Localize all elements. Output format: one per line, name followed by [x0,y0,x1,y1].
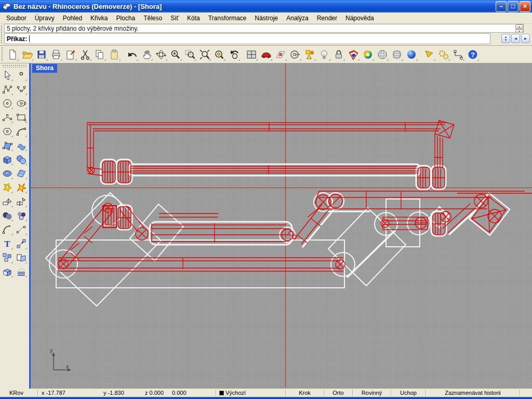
dimension-settings-icon[interactable] [451,47,466,62]
paste-icon[interactable] [107,47,122,62]
analyze-direction-icon[interactable] [422,47,436,62]
options-icon[interactable] [436,47,451,62]
interpolated-curve-icon[interactable] [14,82,28,96]
single-point-icon[interactable] [14,68,28,82]
command-history-line: 5 plochy, 2 křivky přidáno do výběrové m… [7,25,139,32]
visibility-toggle-icon[interactable] [317,47,331,62]
undo-view-change-icon[interactable] [227,47,241,62]
extrude-solid-icon[interactable] [0,264,14,278]
zoom-window-icon[interactable] [183,47,197,62]
explode-objects-icon[interactable] [14,180,28,194]
cplane-settings-icon[interactable] [273,47,288,62]
rectangle-icon[interactable] [14,110,28,124]
zoom-dynamic-icon[interactable] [168,47,183,62]
zoom-extents-icon[interactable] [197,47,212,62]
new-file-icon[interactable] [5,47,20,62]
command-prompt[interactable]: Příkaz: [4,33,490,44]
toolbar-gripper[interactable] [1,47,4,62]
blend-curves-icon[interactable] [14,222,28,236]
help-icon[interactable]: ? [466,47,480,62]
rotate-view-icon[interactable] [154,47,168,62]
save-file-icon[interactable] [34,47,49,62]
palette-gripper[interactable] [2,64,27,68]
menu-kota[interactable]: Kóta [183,14,204,23]
solid-sphere-icon[interactable] [14,152,28,166]
viewport-shora[interactable]: y x Shora [29,63,532,389]
patch-surface-icon[interactable] [14,166,28,180]
layer-state-icon[interactable] [346,47,361,62]
menu-teleso[interactable]: Těleso [139,14,166,23]
close-button[interactable]: × [520,1,530,12]
menu-plocha[interactable]: Plocha [112,14,139,23]
select-pointer-icon[interactable] [0,68,14,82]
viewport-label[interactable]: Shora [32,64,57,73]
history-scroll-down-icon[interactable]: ▼ [515,29,523,33]
menu-soubor[interactable]: Soubor [2,14,31,23]
maximize-button[interactable]: □ [508,1,518,12]
viewport-layout-icon[interactable] [244,47,259,62]
selection-filter-icon[interactable] [302,47,317,62]
menu-transformace[interactable]: Transformace [204,14,251,23]
render-icon[interactable] [404,47,419,62]
fillet-curves-icon[interactable] [0,222,14,236]
pane-orto[interactable]: Orto [324,389,352,397]
color-picker-icon[interactable] [361,47,375,62]
corner-curve-icon[interactable] [14,124,28,138]
control-point-curve-icon[interactable] [0,82,14,96]
undo-icon[interactable] [125,47,139,62]
solid-torus-icon[interactable] [0,166,14,180]
hatch-icon[interactable] [14,264,28,278]
history-scroll-up-icon[interactable]: ▲ [515,24,523,29]
copy-objects-icon[interactable] [14,250,28,264]
menu-napoveda[interactable]: Nápověda [341,14,378,23]
command-area-gripper[interactable] [1,25,3,44]
shaded-viewport-icon[interactable] [375,47,390,62]
command-next-button[interactable]: ► [521,34,530,43]
zoom-selected-icon[interactable] [212,47,227,62]
join-objects-icon[interactable] [0,180,14,194]
pane-krok[interactable]: Krok [286,389,324,397]
menu-render[interactable]: Render [313,14,341,23]
trim-objects-icon[interactable] [0,194,14,208]
osnap-settings-icon[interactable] [288,47,302,62]
menu-sit[interactable]: Síť [166,14,183,23]
coord-z: z 0.000 [141,389,171,397]
pane-uchop[interactable]: Uchop [391,389,425,397]
viewport-canvas[interactable]: y x [31,63,532,389]
menu-upravy[interactable]: Úpravy [31,14,59,23]
menu-nastroje[interactable]: Nástroje [250,14,282,23]
print-icon[interactable] [49,47,63,62]
coord-extra: 0.000 [171,389,216,397]
render-mesh-settings-icon[interactable] [390,47,404,62]
pane-rovinny[interactable]: Rovinný [353,389,391,397]
lock-objects-icon[interactable] [331,47,346,62]
solid-box-icon[interactable] [0,152,14,166]
layer-pane[interactable]: Výchozí [216,389,285,397]
text-object-icon[interactable]: T [0,236,14,250]
pane-historie[interactable]: Zaznamenávat historii [426,389,520,397]
menu-analyza[interactable]: Analýza [282,14,313,23]
named-views-icon[interactable] [259,47,273,62]
boolean-union-icon[interactable] [0,208,14,222]
ellipse-icon[interactable] [14,96,28,110]
menu-krivka[interactable]: Křivka [86,14,112,23]
command-prev-button[interactable]: ◄ [511,34,520,43]
circle-center-radius-icon[interactable] [0,96,14,110]
open-file-icon[interactable] [20,47,34,62]
split-objects-icon[interactable] [14,194,28,208]
arc-icon[interactable] [0,110,14,124]
export-icon[interactable] [63,47,78,62]
minimize-button[interactable]: – [496,1,507,12]
surface-from-points-icon[interactable] [0,138,14,152]
copy-icon[interactable] [92,47,107,62]
curved-surface-icon[interactable] [14,138,28,152]
pan-view-icon[interactable] [139,47,154,62]
cplane-pane[interactable]: KRov [0,389,37,397]
polygon-icon[interactable] [0,124,14,138]
menu-pohled[interactable]: Pohled [59,14,86,23]
boolean-difference-icon[interactable] [14,208,28,222]
move-objects-icon[interactable] [14,236,28,250]
group-objects-icon[interactable] [0,250,14,264]
cut-icon[interactable] [78,47,92,62]
command-scroll-updown-button[interactable]: ▲▼ [501,34,510,43]
